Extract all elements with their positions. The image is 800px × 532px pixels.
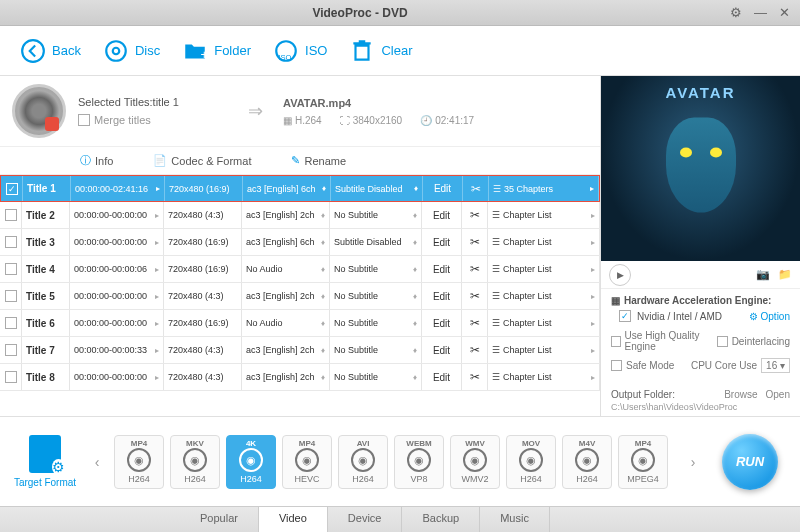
settings-icon[interactable]: ⚙	[730, 5, 742, 20]
title-checkbox[interactable]	[5, 317, 17, 329]
title-audio[interactable]: ac3 [English] 6ch♦	[242, 229, 330, 255]
title-row[interactable]: Title 600:00:00-00:00:00 ▸720x480 (16:9)…	[0, 310, 600, 337]
cut-icon[interactable]: ✂	[462, 229, 488, 255]
chapter-button[interactable]: ☰ Chapter List ▸	[488, 229, 600, 255]
title-subtitle[interactable]: No Subtitle♦	[330, 256, 422, 282]
title-checkbox[interactable]	[5, 290, 17, 302]
hw-option-button[interactable]: ⚙ Option	[749, 311, 790, 322]
hq-checkbox[interactable]	[611, 336, 621, 347]
folder-button[interactable]: +Folder	[182, 38, 251, 64]
chapter-button[interactable]: ☰ Chapter List ▸	[488, 256, 600, 282]
title-checkbox[interactable]	[5, 371, 17, 383]
title-subtitle[interactable]: No Subtitle♦	[330, 283, 422, 309]
info-action[interactable]: ⓘInfo	[80, 153, 113, 168]
cut-icon[interactable]: ✂	[462, 256, 488, 282]
deint-checkbox[interactable]	[717, 336, 728, 347]
title-subtitle[interactable]: Subtitle Disabled♦	[331, 176, 423, 201]
title-audio[interactable]: ac3 [English] 2ch♦	[242, 202, 330, 228]
chapter-button[interactable]: ☰ Chapter List ▸	[488, 202, 600, 228]
edit-button[interactable]: Edit	[422, 229, 462, 255]
chapter-button[interactable]: ☰ 35 Chapters ▸	[489, 176, 599, 201]
cut-icon[interactable]: ✂	[462, 283, 488, 309]
cut-icon[interactable]: ✂	[462, 337, 488, 363]
open-folder-icon[interactable]: 📁	[778, 268, 792, 281]
rename-action[interactable]: ✎Rename	[291, 153, 346, 168]
category-tab[interactable]: Video	[259, 507, 328, 532]
title-checkbox[interactable]	[5, 236, 17, 248]
formats-next[interactable]: ›	[684, 454, 702, 470]
title-row[interactable]: Title 400:00:00-00:00:06 ▸720x480 (16:9)…	[0, 256, 600, 283]
title-duration: 00:00:00-00:00:00 ▸	[70, 310, 164, 336]
title-checkbox[interactable]	[5, 209, 17, 221]
core-select[interactable]: 16 ▾	[761, 358, 790, 373]
title-audio[interactable]: ac3 [English] 2ch♦	[242, 364, 330, 390]
title-subtitle[interactable]: Subtitle Disabled♦	[330, 229, 422, 255]
open-button[interactable]: Open	[766, 389, 790, 400]
cut-icon[interactable]: ✂	[463, 176, 489, 201]
format-option[interactable]: AVI◉H264	[338, 435, 388, 489]
edit-button[interactable]: Edit	[422, 337, 462, 363]
format-option[interactable]: MOV◉H264	[506, 435, 556, 489]
edit-button[interactable]: Edit	[422, 310, 462, 336]
chapter-button[interactable]: ☰ Chapter List ▸	[488, 283, 600, 309]
merge-checkbox[interactable]	[78, 114, 90, 126]
chapter-button[interactable]: ☰ Chapter List ▸	[488, 310, 600, 336]
hw-engine-checkbox[interactable]: ✓	[619, 310, 631, 322]
play-button[interactable]: ▶	[609, 264, 631, 286]
category-tab[interactable]: Music	[480, 507, 550, 532]
chapter-button[interactable]: ☰ Chapter List ▸	[488, 364, 600, 390]
title-row[interactable]: Title 800:00:00-00:00:00 ▸720x480 (4:3)a…	[0, 364, 600, 391]
disc-button[interactable]: Disc	[103, 38, 160, 64]
snapshot-icon[interactable]: 📷	[756, 268, 770, 281]
codec-action[interactable]: 📄Codec & Format	[153, 153, 251, 168]
format-option[interactable]: 4K◉H264	[226, 435, 276, 489]
cut-icon[interactable]: ✂	[462, 202, 488, 228]
format-option[interactable]: M4V◉H264	[562, 435, 612, 489]
title-row[interactable]: Title 200:00:00-00:00:00 ▸720x480 (4:3)a…	[0, 202, 600, 229]
format-option[interactable]: MP4◉HEVC	[282, 435, 332, 489]
title-subtitle[interactable]: No Subtitle♦	[330, 310, 422, 336]
run-button[interactable]: RUN	[722, 434, 778, 490]
clear-button[interactable]: Clear	[349, 38, 412, 64]
title-row[interactable]: ✓Title 100:00:00-02:41:16 ▸720x480 (16:9…	[0, 175, 600, 202]
title-audio[interactable]: ac3 [English] 2ch♦	[242, 283, 330, 309]
title-subtitle[interactable]: No Subtitle♦	[330, 337, 422, 363]
format-option[interactable]: MP4◉H264	[114, 435, 164, 489]
title-row[interactable]: Title 300:00:00-00:00:00 ▸720x480 (16:9)…	[0, 229, 600, 256]
cut-icon[interactable]: ✂	[462, 310, 488, 336]
edit-button[interactable]: Edit	[422, 202, 462, 228]
title-checkbox[interactable]	[5, 344, 17, 356]
title-audio[interactable]: ac3 [English] 2ch♦	[242, 337, 330, 363]
minimize-button[interactable]: —	[754, 5, 767, 20]
iso-button[interactable]: ISOISO	[273, 38, 327, 64]
category-tab[interactable]: Popular	[180, 507, 259, 532]
title-audio[interactable]: No Audio♦	[242, 310, 330, 336]
title-audio[interactable]: ac3 [English] 6ch♦	[243, 176, 331, 201]
chapter-button[interactable]: ☰ Chapter List ▸	[488, 337, 600, 363]
edit-button[interactable]: Edit	[422, 283, 462, 309]
cut-icon[interactable]: ✂	[462, 364, 488, 390]
format-option[interactable]: MKV◉H264	[170, 435, 220, 489]
browse-button[interactable]: Browse	[724, 389, 757, 400]
format-option[interactable]: WMV◉WMV2	[450, 435, 500, 489]
close-button[interactable]: ✕	[779, 5, 790, 20]
edit-button[interactable]: Edit	[423, 176, 463, 201]
title-subtitle[interactable]: No Subtitle♦	[330, 202, 422, 228]
title-row[interactable]: Title 500:00:00-00:00:00 ▸720x480 (4:3)a…	[0, 283, 600, 310]
title-checkbox[interactable]: ✓	[6, 183, 18, 195]
title-audio[interactable]: No Audio♦	[242, 256, 330, 282]
back-button[interactable]: Back	[20, 38, 81, 64]
edit-button[interactable]: Edit	[422, 256, 462, 282]
format-option[interactable]: MP4◉MPEG4	[618, 435, 668, 489]
title-subtitle[interactable]: No Subtitle♦	[330, 364, 422, 390]
formats-prev[interactable]: ‹	[88, 454, 106, 470]
title-actions: ⓘInfo 📄Codec & Format ✎Rename	[0, 147, 600, 175]
safe-checkbox[interactable]	[611, 360, 622, 371]
category-tab[interactable]: Backup	[402, 507, 480, 532]
title-checkbox[interactable]	[5, 263, 17, 275]
title-row[interactable]: Title 700:00:00-00:00:33 ▸720x480 (4:3)a…	[0, 337, 600, 364]
target-format[interactable]: Target Format	[10, 435, 80, 488]
edit-button[interactable]: Edit	[422, 364, 462, 390]
category-tab[interactable]: Device	[328, 507, 403, 532]
format-option[interactable]: WEBM◉VP8	[394, 435, 444, 489]
